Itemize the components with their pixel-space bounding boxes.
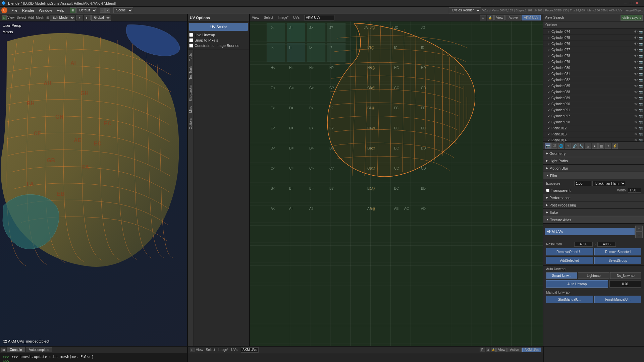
uv-bottom-select-menu[interactable]: Select — [206, 348, 215, 352]
uv-bottom-uvs-menu[interactable]: UVs — [231, 348, 237, 352]
render-props-icon[interactable]: 📷 — [545, 143, 551, 149]
eye-icon[interactable]: 👁 — [634, 90, 638, 94]
width-input[interactable] — [628, 188, 641, 193]
add-layout-btn[interactable]: + — [100, 8, 105, 13]
uv-bottom-lock[interactable]: 🔒 — [491, 348, 496, 352]
scene-dropdown[interactable]: Scene — [113, 7, 133, 13]
camera-icon[interactable]: 📷 — [639, 84, 643, 88]
lightmap-tab[interactable]: Lightmap — [578, 272, 609, 279]
camera-icon[interactable]: 📷 — [639, 60, 643, 64]
camera-icon[interactable]: 📷 — [639, 103, 643, 106]
material-props-icon[interactable]: ● — [592, 143, 598, 149]
layout-dropdown[interactable]: Default — [76, 7, 97, 13]
camera-icon[interactable]: 📷 — [639, 115, 643, 118]
uv-bottom-image-menu[interactable]: Image* — [218, 348, 228, 352]
unwrap-margin-input[interactable] — [609, 280, 641, 288]
camera-icon[interactable]: 📷 — [639, 121, 643, 124]
exposure-input[interactable] — [574, 181, 591, 186]
geometry-section[interactable]: ▶ Geometry — [543, 150, 644, 157]
uv-view-menu[interactable]: View — [252, 16, 259, 19]
filter-dropdown[interactable]: Blackman-Harris — [592, 181, 626, 186]
outliner-item[interactable]: ✔ Cylinder.089 👁 📷 — [543, 95, 644, 101]
no-unwrap-tab[interactable]: No_Unwrap — [610, 272, 641, 279]
tab-tools[interactable]: Tools — [188, 51, 193, 63]
outliner-item[interactable]: ✔ Cylinder.078 👁 📷 — [543, 53, 644, 59]
outliner-item[interactable]: ✔ Cylinder.091 👁 📷 — [543, 107, 644, 113]
uv-snap-btn[interactable]: ⊞ — [480, 15, 486, 20]
camera-icon[interactable]: 📷 — [639, 72, 643, 76]
eye-icon[interactable]: 👁 — [634, 138, 638, 142]
eye-icon[interactable]: 👁 — [634, 96, 638, 100]
eye-icon[interactable]: 👁 — [634, 102, 638, 106]
maximize-btn[interactable]: □ — [630, 1, 632, 5]
transparent-checkbox[interactable] — [546, 189, 549, 192]
tab-shotpacker[interactable]: Shotpacker — [188, 82, 193, 104]
viewport-solid-icon[interactable]: ◐ — [84, 15, 91, 20]
uv-bottom-snap[interactable]: ⊞ — [486, 348, 490, 352]
camera-icon[interactable]: 📷 — [639, 127, 643, 130]
camera-icon[interactable]: 📷 — [639, 90, 643, 94]
menu-window[interactable]: Window — [37, 8, 54, 13]
viewport-mode-dropdown[interactable]: Edit Mode — [50, 15, 75, 21]
object-props-icon[interactable]: □ — [565, 143, 571, 149]
camera-icon[interactable]: 📷 — [639, 78, 643, 82]
atlas-item[interactable]: AKM UVs — [545, 228, 635, 235]
menu-file[interactable]: File — [9, 8, 19, 13]
outliner-item[interactable]: ✔ Cylinder.097 👁 📷 — [543, 113, 644, 119]
menu-help[interactable]: Help — [55, 8, 66, 13]
eye-icon[interactable]: 👁 — [634, 66, 638, 70]
data-props-icon[interactable]: △ — [585, 143, 591, 149]
uv-view-btn[interactable]: View — [494, 15, 505, 20]
eye-icon[interactable]: 👁 — [634, 60, 638, 64]
render-engine-dropdown[interactable]: Cycles Render — [449, 7, 481, 13]
snap-pixels-checkbox[interactable] — [189, 38, 193, 42]
outliner-item[interactable]: ✔ Cylinder.081 👁 📷 — [543, 71, 644, 77]
add-selected-btn[interactable]: AddSelected — [546, 257, 593, 264]
view-btn[interactable]: View — [545, 16, 552, 19]
auto-unwrap-btn[interactable]: Auto Unwrap — [546, 280, 608, 288]
uv-lock-btn[interactable]: 🔒 — [487, 15, 494, 20]
eye-icon[interactable]: 👁 — [634, 30, 638, 34]
outliner-item[interactable]: ✔ Cylinder.075 👁 📷 — [543, 35, 644, 41]
camera-icon[interactable]: 📷 — [639, 36, 643, 40]
remove-selected-btn[interactable]: RemoveSelected — [594, 248, 641, 255]
smart-unwrap-tab[interactable]: Smart Unw... — [546, 272, 577, 279]
autocomplete-tab-left[interactable]: Autocomplete — [26, 347, 52, 352]
texture-props-icon[interactable]: ▦ — [598, 143, 604, 149]
bake-section[interactable]: ▶ Bake — [543, 209, 644, 216]
eye-icon[interactable]: 👁 — [634, 42, 638, 46]
outliner-item[interactable]: ✔ Plane.014 👁 📷 — [543, 137, 644, 142]
constrain-checkbox[interactable] — [189, 44, 193, 48]
outliner-item[interactable]: ✔ Cylinder.088 👁 📷 — [543, 89, 644, 95]
outliner-item[interactable]: ✔ Cylinder.080 👁 📷 — [543, 65, 644, 71]
eye-icon[interactable]: 👁 — [634, 36, 638, 40]
particle-props-icon[interactable]: ✦ — [605, 143, 611, 149]
scene-props-icon[interactable]: 🎬 — [551, 143, 557, 149]
outliner-item[interactable]: ✔ Cylinder.079 👁 📷 — [543, 59, 644, 65]
outliner-item[interactable]: ✔ Cylinder.090 👁 📷 — [543, 101, 644, 107]
atlas-scroll-down[interactable]: − — [635, 232, 643, 238]
viewport-select-menu[interactable]: Select — [17, 16, 26, 19]
close-btn[interactable]: ✕ — [636, 1, 639, 5]
eye-icon[interactable]: 👁 — [634, 78, 638, 82]
eye-icon[interactable]: 👁 — [634, 120, 638, 124]
camera-icon[interactable]: 📷 — [639, 109, 643, 112]
select-group-btn[interactable]: SelectGroup — [594, 257, 641, 264]
camera-icon[interactable]: 📷 — [639, 54, 643, 58]
remove-layout-btn[interactable]: ✕ — [105, 8, 110, 13]
global-dropdown[interactable]: Global — [91, 15, 111, 21]
res-y-input[interactable] — [597, 242, 616, 247]
console-tab-left[interactable]: Console — [7, 347, 25, 352]
tab-options[interactable]: Options — [188, 116, 193, 131]
eye-icon[interactable]: 👁 — [634, 108, 638, 112]
viewport-header-label[interactable]: View — [7, 16, 15, 19]
light-paths-section[interactable]: ▶ Light Paths — [543, 157, 644, 165]
viewport-add-menu[interactable]: Add — [28, 16, 34, 19]
film-section[interactable]: ▼ Film — [543, 172, 644, 179]
eye-icon[interactable]: 👁 — [634, 132, 638, 136]
viewport-mesh-menu[interactable]: Mesh — [36, 16, 44, 19]
camera-icon[interactable]: 📷 — [639, 66, 643, 70]
uv-select-menu[interactable]: Select — [264, 16, 273, 19]
performance-section[interactable]: ▶ Performance — [543, 194, 644, 201]
eye-icon[interactable]: 👁 — [634, 72, 638, 76]
